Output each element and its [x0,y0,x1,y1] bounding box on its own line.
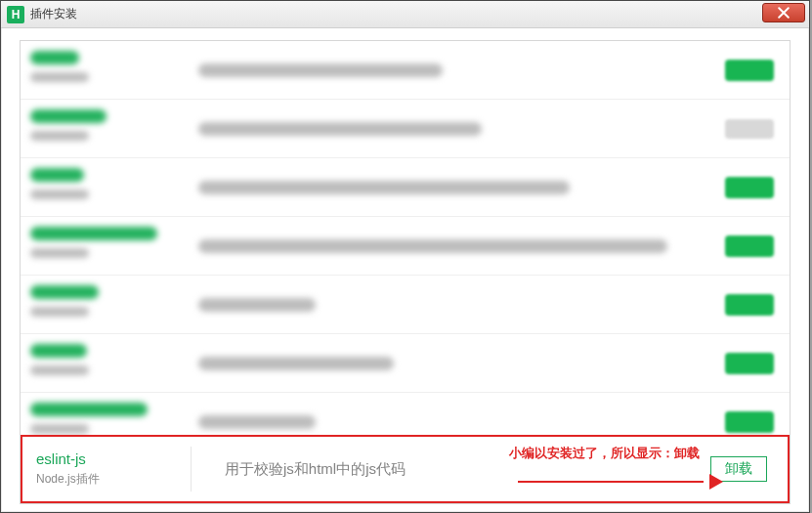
plugin-row-blurred[interactable] [21,158,790,217]
plugin-info [21,393,177,435]
annotation-arrow [518,472,723,492]
titlebar[interactable]: H 插件安装 [1,1,809,28]
plugin-row-blurred[interactable] [21,41,790,100]
blur-title [30,227,157,240]
install-button-blurred[interactable] [725,294,774,316]
plugin-row-blurred[interactable] [21,276,790,334]
plugin-description [177,100,709,157]
blur-subtitle [30,365,89,375]
blur-title [30,51,79,64]
plugin-row-blurred[interactable] [21,393,790,435]
blur-desc [198,298,316,312]
blur-desc [198,357,394,370]
plugin-row-eslint[interactable]: eslint-js Node.js插件 用于校验js和html中的js代码 卸载… [21,435,790,503]
blur-title [30,109,107,123]
install-button-blurred[interactable] [725,177,774,198]
install-button-blurred[interactable] [725,235,774,257]
blur-title [30,285,99,299]
plugin-description [177,217,709,275]
plugin-description [177,393,709,435]
plugin-info [21,334,177,392]
install-button-blurred[interactable] [725,60,774,81]
plugin-description [177,276,709,333]
blur-desc [198,64,443,77]
blur-desc [198,181,570,194]
plugin-info: eslint-js Node.js插件 [22,450,191,488]
plugin-description [177,334,709,392]
annotation-text: 小编以安装过了，所以显示：卸载 [509,445,700,462]
blur-desc [198,415,316,429]
plugin-panel: eslint-js Node.js插件 用于校验js和html中的js代码 卸载… [20,40,791,504]
blur-title [30,403,148,416]
blur-subtitle [30,424,89,434]
close-icon [778,7,790,19]
blur-desc [198,239,667,253]
blur-subtitle [30,72,89,82]
action-button-blurred[interactable] [725,119,774,139]
blur-subtitle [30,131,89,141]
plugin-row-blurred[interactable] [21,334,790,393]
client-area: eslint-js Node.js插件 用于校验js和html中的js代码 卸载… [3,28,807,510]
plugin-row-blurred[interactable] [21,100,790,158]
plugin-info [21,217,177,275]
blur-title [30,168,84,182]
plugin-info [21,41,177,99]
install-button-blurred[interactable] [725,411,774,433]
blur-desc [198,122,482,136]
plugin-description [177,158,709,216]
plugin-info [21,100,177,157]
close-button[interactable] [762,3,805,22]
plugin-type: Node.js插件 [36,471,191,488]
blur-title [30,344,87,358]
blur-subtitle [30,248,89,258]
window-frame: H 插件安装 eslint-js Node.js插件 用于校验js和html中的… [0,0,810,513]
plugin-row-blurred[interactable] [21,217,790,276]
window-title: 插件安装 [30,6,77,22]
blur-subtitle [30,307,89,317]
plugin-name: eslint-js [36,450,191,467]
app-icon: H [7,6,24,23]
plugin-info [21,158,177,216]
plugin-info [21,276,177,333]
plugin-description [177,41,709,99]
install-button-blurred[interactable] [725,353,774,374]
plugin-list [21,41,790,435]
blur-subtitle [30,190,89,199]
